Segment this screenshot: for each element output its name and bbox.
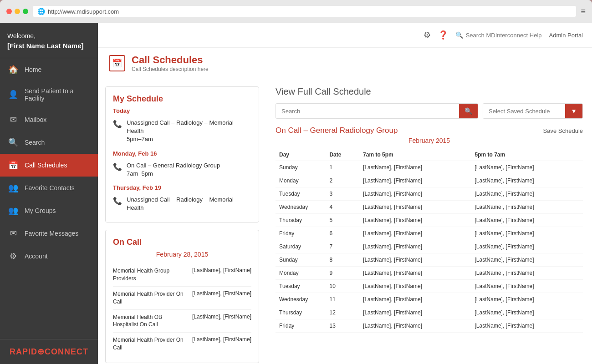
select-schedule-dropdown-button[interactable]: ▼ bbox=[565, 104, 582, 118]
app-wrapper: Welcome, [First Name Last Name] 🏠Home👤Se… bbox=[0, 23, 592, 364]
sidebar-item-call-schedules[interactable]: 📅Call Schedules bbox=[0, 154, 98, 177]
cell-day: Thursday bbox=[276, 306, 326, 319]
cell-shift1: [LastName], [FirstName] bbox=[359, 214, 471, 227]
search-button[interactable]: 🔍 bbox=[459, 104, 478, 118]
my-groups-icon: 👥 bbox=[8, 206, 18, 216]
cell-day: Friday bbox=[276, 319, 326, 333]
sidebar-item-home[interactable]: 🏠Home bbox=[0, 58, 98, 81]
cell-shift1: [LastName], [FirstName] bbox=[359, 306, 471, 319]
sidebar-label-mailbox: Mailbox bbox=[25, 116, 46, 123]
cell-shift2: [LastName], [FirstName] bbox=[471, 214, 583, 227]
sidebar-label-call-schedules: Call Schedules bbox=[25, 162, 67, 169]
topbar-search-text: Search MDInterconnect Help bbox=[466, 32, 542, 39]
browser-chrome: 🌐 http://www.mdisupport.com ≡ bbox=[0, 0, 592, 23]
help-icon[interactable]: ❓ bbox=[438, 30, 448, 40]
content-area: My Schedule Today 📞 Unassigned Call – Ra… bbox=[98, 79, 592, 364]
left-panel: My Schedule Today 📞 Unassigned Call – Ra… bbox=[98, 79, 266, 364]
cell-shift2: [LastName], [FirstName] bbox=[471, 201, 583, 214]
cell-day: Wednesday bbox=[276, 293, 326, 306]
on-call-list: Memorial Health Group – Providers[LastNa… bbox=[113, 263, 251, 355]
sidebar-welcome: Welcome, [First Name Last Name] bbox=[0, 23, 98, 58]
admin-portal-link[interactable]: Admin Portal bbox=[549, 32, 583, 39]
dot-red[interactable] bbox=[6, 9, 12, 14]
select-schedule-wrapper: Select Saved Schedule ▼ bbox=[483, 103, 583, 119]
cell-shift2: [LastName], [FirstName] bbox=[471, 174, 583, 187]
col-header-day: Day bbox=[276, 149, 326, 161]
brand-logo: RAPID⊕CONNECT bbox=[7, 347, 91, 357]
sidebar-label-favorite-messages: Favorite Messages bbox=[25, 230, 78, 237]
top-bar: ⚙ ❓ 🔍 Search MDInterconnect Help Admin P… bbox=[98, 23, 592, 48]
cell-day: Saturday bbox=[276, 240, 326, 253]
cell-date: 11 bbox=[326, 293, 359, 306]
schedule-table-body: Sunday 1 [LastName], [FirstName] [LastNa… bbox=[276, 161, 583, 333]
cell-shift2: [LastName], [FirstName] bbox=[471, 187, 583, 201]
cell-shift1: [LastName], [FirstName] bbox=[359, 174, 471, 187]
cell-shift1: [LastName], [FirstName] bbox=[359, 161, 471, 174]
sidebar-item-mailbox[interactable]: ✉Mailbox bbox=[0, 108, 98, 131]
topbar-search[interactable]: 🔍 Search MDInterconnect Help bbox=[455, 31, 542, 39]
sidebar-item-my-groups[interactable]: 👥My Groups bbox=[0, 199, 98, 222]
sidebar-label-search: Search bbox=[25, 139, 45, 146]
browser-menu-icon[interactable]: ≡ bbox=[581, 7, 586, 16]
table-row: Sunday 1 [LastName], [FirstName] [LastNa… bbox=[276, 161, 583, 174]
save-schedule-button[interactable]: Save Schedule bbox=[543, 127, 583, 134]
sidebar-label-my-groups: My Groups bbox=[25, 207, 56, 214]
oncall-group-name: Memorial Health Provider On Call bbox=[113, 336, 188, 352]
account-icon: ⚙ bbox=[8, 251, 18, 261]
cell-shift2: [LastName], [FirstName] bbox=[471, 161, 583, 174]
sidebar-item-send-patient[interactable]: 👤Send Patient to a Facility bbox=[0, 81, 98, 108]
cell-day: Monday bbox=[276, 267, 326, 280]
table-row: Sunday 8 [LastName], [FirstName] [LastNa… bbox=[276, 253, 583, 267]
mailbox-icon: ✉ bbox=[8, 115, 18, 125]
cell-date: 10 bbox=[326, 280, 359, 293]
schedule-date-today: Today bbox=[113, 107, 251, 114]
sidebar-item-favorite-contacts[interactable]: 👥Favorite Contacts bbox=[0, 177, 98, 199]
settings-icon[interactable]: ⚙ bbox=[424, 30, 431, 40]
phone-icon: 📞 bbox=[113, 197, 122, 205]
search-input-wrapper: 🔍 bbox=[276, 103, 478, 119]
sidebar-item-account[interactable]: ⚙Account bbox=[0, 245, 98, 268]
cell-shift2: [LastName], [FirstName] bbox=[471, 319, 583, 333]
cell-shift1: [LastName], [FirstName] bbox=[359, 280, 471, 293]
url-text: http://www.mdisupport.com bbox=[48, 8, 119, 15]
cell-date: 2 bbox=[326, 174, 359, 187]
send-patient-icon: 👤 bbox=[8, 90, 18, 100]
cell-day: Monday bbox=[276, 174, 326, 187]
table-row: Thursday 12 [LastName], [FirstName] [Las… bbox=[276, 306, 583, 319]
cell-shift2: [LastName], [FirstName] bbox=[471, 306, 583, 319]
table-row: Thursday 5 [LastName], [FirstName] [Last… bbox=[276, 214, 583, 227]
user-name: [First Name Last Name] bbox=[7, 41, 91, 51]
dot-green[interactable] bbox=[23, 9, 28, 14]
list-item: Memorial Health Provider On Call[LastNam… bbox=[113, 287, 251, 310]
sidebar-footer: RAPID⊕CONNECT bbox=[0, 339, 98, 364]
cell-date: 4 bbox=[326, 201, 359, 214]
oncall-person-name: [LastName], [FirstName] bbox=[192, 267, 251, 273]
sidebar-item-favorite-messages[interactable]: ✉Favorite Messages bbox=[0, 222, 98, 245]
list-item: Memorial Health OB Hospitalist On Call[L… bbox=[113, 310, 251, 333]
schedule-item: 📞 On Call – General Radiology Group7am–5… bbox=[113, 159, 251, 181]
page-header: 📅 Call Schedules Call Schedules descript… bbox=[98, 48, 592, 79]
cell-shift1: [LastName], [FirstName] bbox=[359, 201, 471, 214]
cell-day: Sunday bbox=[276, 161, 326, 174]
sidebar-nav: 🏠Home👤Send Patient to a Facility✉Mailbox… bbox=[0, 58, 98, 339]
schedule-header-row: On Call – General Radiology Group Save S… bbox=[276, 126, 583, 135]
welcome-greeting: Welcome, bbox=[7, 32, 91, 41]
globe-icon: 🌐 bbox=[37, 8, 45, 15]
table-row: Wednesday 4 [LastName], [FirstName] [Las… bbox=[276, 201, 583, 214]
my-schedule-title: My Schedule bbox=[113, 94, 251, 104]
page-title: Call Schedules bbox=[132, 54, 209, 66]
cell-shift2: [LastName], [FirstName] bbox=[471, 240, 583, 253]
sidebar-item-search[interactable]: 🔍Search bbox=[0, 131, 98, 154]
table-row: Tuesday 10 [LastName], [FirstName] [Last… bbox=[276, 280, 583, 293]
cell-shift2: [LastName], [FirstName] bbox=[471, 267, 583, 280]
table-row: Tuesday 3 [LastName], [FirstName] [LastN… bbox=[276, 187, 583, 201]
table-row: Monday 9 [LastName], [FirstName] [LastNa… bbox=[276, 267, 583, 280]
schedule-item: 📞 Unassigned Call – Radiology – Memorial… bbox=[113, 193, 251, 215]
oncall-person-name: [LastName], [FirstName] bbox=[192, 313, 251, 320]
cell-date: 3 bbox=[326, 187, 359, 201]
cell-day: Tuesday bbox=[276, 187, 326, 201]
dot-yellow[interactable] bbox=[15, 9, 20, 14]
address-bar[interactable]: 🌐 http://www.mdisupport.com bbox=[33, 6, 576, 17]
search-input[interactable] bbox=[276, 104, 459, 118]
page-description: Call Schedules description here bbox=[132, 66, 209, 72]
